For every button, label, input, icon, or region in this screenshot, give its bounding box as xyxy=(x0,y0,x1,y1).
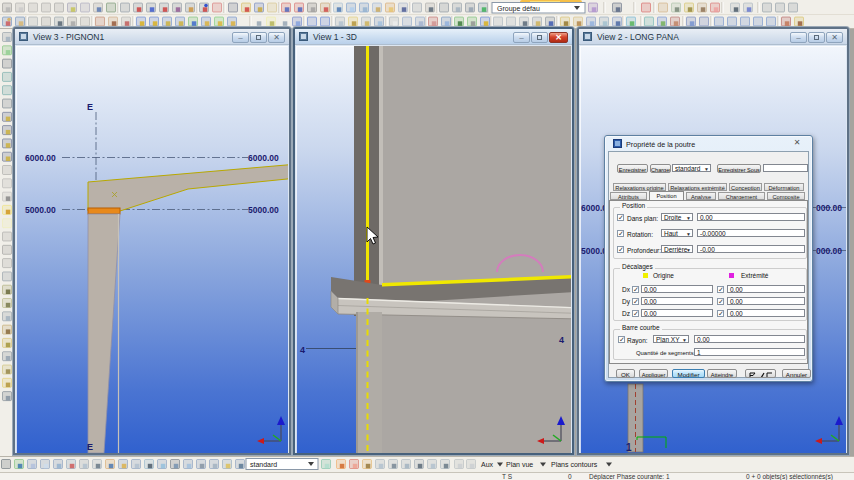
svg-text:Groupe défau: Groupe défau xyxy=(497,5,540,13)
svg-text:E: E xyxy=(87,102,93,112)
svg-text:0 + 0 objets(s) sélectionnés(s: 0 + 0 objets(s) sélectionnés(s) xyxy=(746,473,833,480)
svg-text:T S: T S xyxy=(502,473,513,480)
svg-text:Plan vue: Plan vue xyxy=(506,461,533,468)
svg-text:standard: standard xyxy=(250,461,277,468)
svg-text:Déplacer Phase courante: 1: Déplacer Phase courante: 1 xyxy=(589,473,670,480)
svg-text:6000.00: 6000.00 xyxy=(25,153,56,163)
svg-text:6000.00: 6000.00 xyxy=(248,153,279,163)
svg-text:4: 4 xyxy=(559,335,564,345)
svg-text:E: E xyxy=(87,442,93,452)
svg-text:5000.00: 5000.00 xyxy=(248,205,279,215)
svg-text:1: 1 xyxy=(626,442,632,453)
svg-text:000.00: 000.00 xyxy=(816,203,842,213)
svg-text:0: 0 xyxy=(568,473,572,480)
svg-text:5000.00: 5000.00 xyxy=(25,205,56,215)
svg-text:Plans contours: Plans contours xyxy=(551,461,598,468)
svg-text:4: 4 xyxy=(300,345,305,355)
svg-text:000.00: 000.00 xyxy=(816,246,842,256)
svg-text:Aux: Aux xyxy=(481,461,494,468)
